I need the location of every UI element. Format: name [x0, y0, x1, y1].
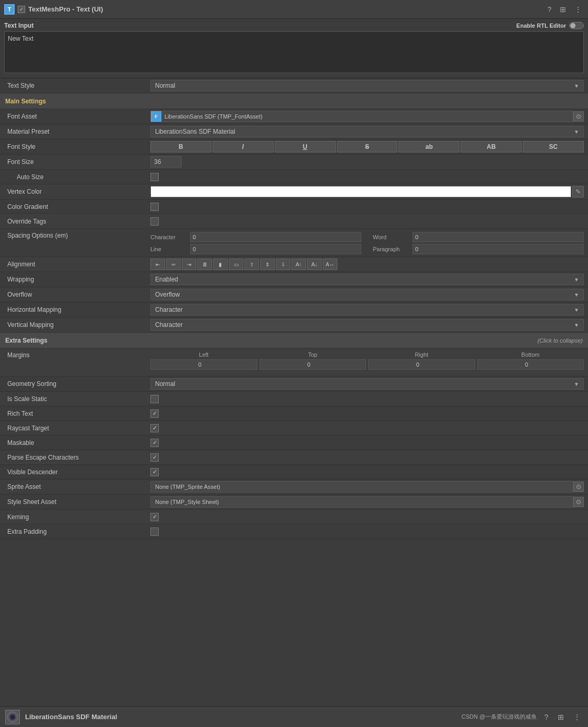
material-preset-dropdown[interactable]: LiberationSans SDF Material ▼	[150, 126, 584, 137]
spacing-options-label: Spacing Options (em)	[4, 232, 150, 239]
bottom-help-icon[interactable]: ?	[542, 712, 550, 722]
parse-escape-field	[150, 453, 584, 462]
component-icon: T	[4, 4, 15, 15]
font-style-label: Font Style	[4, 143, 150, 150]
bottom-layout-icon[interactable]: ⊞	[556, 712, 566, 722]
spacing-word-input[interactable]	[413, 232, 584, 242]
help-icon[interactable]: ?	[545, 4, 554, 15]
extra-padding-checkbox[interactable]	[150, 527, 159, 536]
kerning-checkbox[interactable]	[150, 513, 159, 521]
align-left-btn[interactable]: ⇤	[150, 259, 165, 270]
wrapping-row: Wrapping Enabled ▼	[0, 272, 588, 287]
component-enabled-checkbox[interactable]	[18, 6, 25, 13]
horizontal-mapping-dropdown[interactable]: Character ▼	[150, 304, 584, 315]
align-bottom-btn[interactable]: ⇩	[276, 259, 290, 270]
font-size-input[interactable]	[150, 156, 182, 168]
align-mid-btn[interactable]: A↓	[307, 259, 322, 270]
text-style-field: Normal ▼	[150, 80, 584, 91]
spacing-word-label: Word	[373, 234, 409, 240]
margin-right-input[interactable]	[368, 359, 475, 370]
raycast-target-checkbox[interactable]	[150, 424, 159, 432]
margin-top-input[interactable]	[260, 359, 367, 370]
inspector-panel: T TextMeshPro - Text (UI) ? ⊞ ⋮ Text Inp…	[0, 0, 588, 565]
align-justified-btn[interactable]: ≣	[197, 259, 212, 270]
wrapping-dropdown[interactable]: Enabled ▼	[150, 274, 584, 285]
more-icon[interactable]: ⋮	[572, 4, 584, 15]
rtl-toggle-switch[interactable]	[569, 22, 584, 29]
align-center-btn[interactable]: ═	[166, 259, 181, 270]
text-input-label: Text Input	[4, 22, 33, 29]
align-flush-btn[interactable]: ▮	[213, 259, 228, 270]
text-style-row: Text Style Normal ▼	[0, 78, 588, 93]
maskable-row: Maskable	[0, 436, 588, 450]
vertical-mapping-label: Vertical Mapping	[4, 321, 150, 329]
text-input-textarea[interactable]: New Text	[4, 31, 584, 73]
spacing-paragraph-label: Paragraph	[373, 246, 409, 252]
margin-bottom-input[interactable]	[477, 359, 584, 370]
rich-text-checkbox[interactable]	[150, 409, 159, 418]
is-scale-static-checkbox[interactable]	[150, 395, 159, 403]
material-preset-arrow: ▼	[574, 129, 579, 135]
align-cap-btn[interactable]: A↔	[323, 259, 337, 270]
visible-descender-checkbox[interactable]	[150, 468, 159, 476]
spacing-character-label: Character	[150, 234, 187, 240]
auto-size-checkbox[interactable]	[150, 173, 159, 181]
extra-padding-row: Extra Padding	[0, 524, 588, 539]
rich-text-row: Rich Text	[0, 406, 588, 421]
font-style-underline-btn[interactable]: U	[275, 141, 336, 153]
horizontal-mapping-row: Horizontal Mapping Character ▼	[0, 302, 588, 318]
component-title: TextMeshPro - Text (UI)	[28, 5, 545, 13]
main-settings-header: Main Settings	[0, 93, 588, 109]
spacing-grid: Character Word Line Paragraph	[150, 232, 584, 254]
parse-escape-checkbox[interactable]	[150, 453, 159, 462]
raycast-target-label: Raycast Target	[4, 425, 150, 432]
font-asset-label: Font Asset	[4, 113, 150, 120]
style-sheet-field: None (TMP_Style Sheet) ⊙	[150, 496, 584, 508]
font-style-smallcaps-btn[interactable]: SC	[523, 141, 584, 153]
spacing-line-input[interactable]	[190, 244, 361, 254]
vertex-color-row: Vertex Color ✎	[0, 184, 588, 200]
align-vmid-btn[interactable]: ⇕	[260, 259, 275, 270]
extra-settings-header[interactable]: Extra Settings (Click to collapse)	[0, 333, 588, 348]
overflow-dropdown[interactable]: Overflow ▼	[150, 289, 584, 300]
font-asset-picker-btn[interactable]: ⊙	[573, 111, 584, 122]
font-size-label: Font Size	[4, 158, 150, 166]
color-gradient-label: Color Gradient	[4, 203, 150, 210]
kerning-label: Kerning	[4, 513, 150, 521]
maskable-checkbox[interactable]	[150, 439, 159, 447]
horizontal-mapping-arrow: ▼	[574, 307, 579, 313]
vertex-color-swatch[interactable]	[150, 186, 571, 197]
sprite-asset-value: None (TMP_Sprite Asset)	[150, 481, 573, 493]
bottom-bar: LiberationSans SDF Material CSDN @一条爱玩游戏…	[0, 706, 588, 727]
spacing-paragraph-input[interactable]	[413, 244, 584, 254]
visible-descender-field	[150, 468, 584, 476]
vertex-color-picker-btn[interactable]: ✎	[572, 186, 584, 197]
font-style-strikethrough-btn[interactable]: S	[337, 141, 398, 153]
geometry-sorting-dropdown[interactable]: Normal ▼	[150, 378, 584, 390]
raycast-target-field	[150, 424, 584, 432]
style-sheet-picker-btn[interactable]: ⊙	[573, 497, 584, 507]
font-style-lowercase-btn[interactable]: ab	[398, 141, 460, 153]
color-gradient-checkbox[interactable]	[150, 203, 159, 211]
sprite-asset-picker-btn[interactable]: ⊙	[573, 482, 584, 492]
rtl-toggle-area: Enable RTL Editor	[516, 22, 584, 29]
align-top-btn[interactable]: ⇧	[244, 259, 259, 270]
text-style-dropdown[interactable]: Normal ▼	[150, 80, 584, 91]
font-style-uppercase-btn[interactable]: AB	[461, 141, 522, 153]
align-base-btn[interactable]: A↑	[291, 259, 306, 270]
margin-left-input[interactable]	[150, 359, 257, 370]
layout-icon[interactable]: ⊞	[558, 4, 568, 15]
font-style-italic-btn[interactable]: I	[213, 141, 274, 153]
align-geo-center-btn[interactable]: ▭	[229, 259, 243, 270]
override-tags-checkbox[interactable]	[150, 217, 159, 226]
font-style-bold-btn[interactable]: B	[150, 141, 211, 153]
horizontal-mapping-value: Character	[155, 306, 183, 313]
vertical-mapping-dropdown[interactable]: Character ▼	[150, 319, 584, 331]
bottom-more-icon[interactable]: ⋮	[571, 712, 583, 722]
override-tags-row: Override Tags	[0, 214, 588, 229]
visible-descender-label: Visible Descender	[4, 468, 150, 476]
align-right-btn[interactable]: ⇥	[182, 259, 196, 270]
rich-text-field	[150, 409, 584, 418]
overflow-value: Overflow	[155, 291, 180, 298]
spacing-character-input[interactable]	[190, 232, 361, 242]
